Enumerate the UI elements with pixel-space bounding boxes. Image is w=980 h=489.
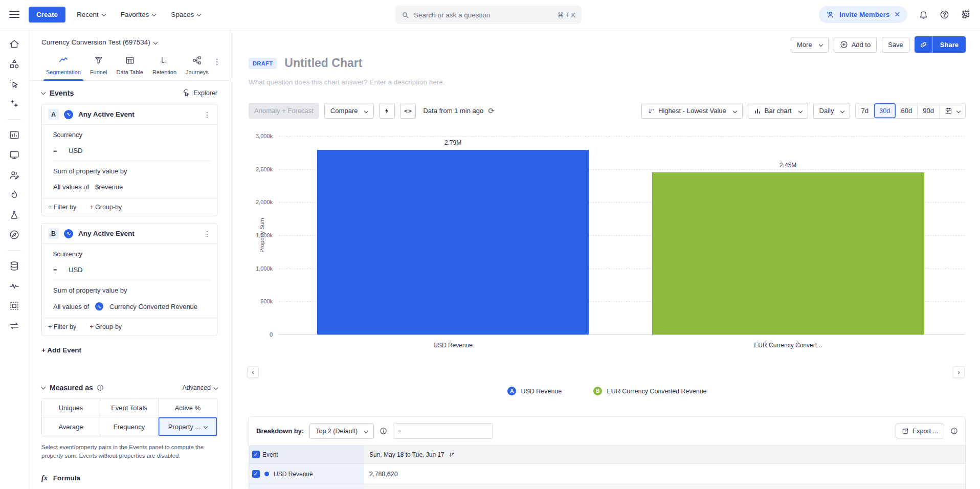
filter-property[interactable]: $currency: [53, 127, 211, 143]
range-60d[interactable]: 60d: [896, 103, 918, 118]
info-icon[interactable]: [950, 427, 958, 435]
tab-retention[interactable]: Retention: [148, 54, 181, 80]
share-button[interactable]: Share: [933, 36, 966, 53]
data-freshness: Data from 1 min ago ⟳: [423, 106, 494, 116]
measure-option-active-pct[interactable]: Active %: [159, 399, 217, 417]
templates-shapes-icon[interactable]: [9, 58, 20, 70]
measure-target[interactable]: All values of ∿ Currency Converted Reven…: [53, 298, 197, 315]
sort-order-button[interactable]: Highest - Lowest Value: [641, 103, 743, 119]
flame-icon[interactable]: [9, 189, 20, 201]
hamburger-menu-icon[interactable]: [9, 11, 19, 18]
breakdown-search-input[interactable]: [406, 428, 488, 435]
monitor-icon[interactable]: [9, 149, 20, 161]
measure-option-frequency[interactable]: Frequency: [100, 417, 159, 436]
measure-option-average[interactable]: Average: [42, 417, 100, 436]
tab-funnel[interactable]: Funnel: [85, 54, 112, 80]
create-button[interactable]: Create: [29, 7, 65, 23]
anomaly-forecast-button[interactable]: Anomaly + Forecast: [249, 103, 319, 119]
select-all-checkbox[interactable]: ✓: [252, 451, 260, 458]
add-to-button[interactable]: Add to: [834, 37, 877, 53]
help-icon[interactable]: [940, 10, 949, 19]
copy-link-button[interactable]: [915, 36, 933, 53]
add-groupby-button[interactable]: + Group-by: [90, 323, 122, 330]
users-icon[interactable]: [9, 169, 20, 181]
export-button[interactable]: Export ...: [896, 424, 944, 438]
custom-date-range-button[interactable]: [940, 103, 965, 118]
more-button[interactable]: More: [791, 37, 829, 53]
range-30d-selected[interactable]: 30d: [874, 103, 896, 118]
settings-gear-icon[interactable]: [961, 9, 971, 19]
save-button[interactable]: Save: [882, 37, 909, 53]
add-filter-button[interactable]: + Filter by: [48, 323, 76, 330]
add-filter-button[interactable]: + Filter by: [48, 204, 76, 211]
collapse-chevron-icon[interactable]: [41, 90, 46, 95]
refresh-icon[interactable]: ⟳: [488, 106, 495, 116]
filter-condition[interactable]: =USD: [53, 262, 211, 278]
spaces-menu[interactable]: Spaces: [171, 11, 201, 18]
interval-button[interactable]: Daily: [813, 103, 851, 119]
explorer-button[interactable]: Explorer: [183, 90, 217, 97]
close-icon[interactable]: ✕: [894, 11, 900, 18]
range-7d[interactable]: 7d: [856, 103, 874, 118]
select-frame-icon[interactable]: [9, 300, 20, 312]
add-event-button[interactable]: + Add Event: [41, 346, 217, 354]
invite-members-pill[interactable]: Invite Members ✕: [819, 6, 907, 23]
filter-property[interactable]: $currency: [53, 246, 211, 262]
advanced-toggle[interactable]: Advanced: [182, 384, 217, 391]
event-name[interactable]: Any Active Event: [78, 110, 135, 118]
measure-option-event-totals[interactable]: Event Totals: [100, 399, 159, 417]
home-icon[interactable]: [9, 38, 20, 50]
formula-button[interactable]: fx Formula: [41, 474, 217, 482]
bar-eur-converted-revenue[interactable]: 2.45M: [652, 172, 924, 335]
search-input[interactable]: [414, 11, 553, 19]
recent-menu[interactable]: Recent: [77, 11, 105, 18]
event-column-header[interactable]: Event: [262, 446, 364, 464]
measure-option-uniques[interactable]: Uniques: [42, 399, 100, 417]
legend-item-b[interactable]: B EUR Currency Converted Revenue: [593, 387, 706, 395]
legend-item-a[interactable]: A USD Revenue: [507, 387, 562, 395]
chart-title[interactable]: Untitled Chart: [284, 56, 362, 70]
dashboards-chart-icon[interactable]: [9, 129, 20, 141]
chart-type-button[interactable]: Bar chart: [748, 103, 808, 119]
date-range-column-header[interactable]: Sun, May 18 to Tue, Jun 17: [364, 451, 965, 458]
compare-button[interactable]: Compare: [324, 103, 374, 119]
collapse-chevron-icon[interactable]: [41, 385, 46, 390]
code-view-button[interactable]: <>: [400, 103, 416, 119]
ai-sparkles-icon[interactable]: [9, 98, 20, 109]
more-tabs-kebab-icon[interactable]: ⋮: [213, 54, 221, 66]
row-checkbox[interactable]: ✓: [252, 470, 260, 478]
breakdown-selector[interactable]: Top 2 (Default): [309, 423, 374, 439]
filter-condition[interactable]: =USD: [53, 143, 211, 159]
measure-option-property-sum[interactable]: Property ...: [159, 417, 217, 436]
project-selector[interactable]: Currency Conversion Test (697534): [41, 38, 217, 46]
discover-compass-icon[interactable]: [9, 229, 20, 240]
info-icon[interactable]: [380, 427, 387, 435]
flask-icon[interactable]: [9, 209, 20, 220]
favorites-menu[interactable]: Favorites: [121, 11, 156, 18]
tab-journeys[interactable]: Journeys: [181, 54, 213, 80]
range-90d[interactable]: 90d: [918, 103, 940, 118]
breakdown-search[interactable]: [393, 423, 493, 439]
magic-select-cursor-icon[interactable]: [9, 78, 20, 90]
data-database-icon[interactable]: [9, 260, 20, 272]
bar-usd-revenue[interactable]: 2.79M: [317, 150, 589, 335]
event-options-kebab-icon[interactable]: ⋮: [204, 110, 211, 119]
chart-legend: A USD Revenue B EUR Currency Converted R…: [249, 387, 966, 395]
chart-page-next-button[interactable]: ›: [953, 366, 965, 378]
add-groupby-button[interactable]: + Group-by: [90, 204, 122, 211]
left-icon-rail: [0, 29, 29, 489]
global-search[interactable]: ⌘ + K: [395, 6, 582, 24]
measure-target[interactable]: All values of$revenue: [53, 179, 123, 195]
signals-pulse-icon[interactable]: [9, 280, 20, 292]
series-name-cell[interactable]: USD Revenue: [262, 471, 364, 478]
notifications-bell-icon[interactable]: [919, 10, 928, 19]
chart-description-placeholder[interactable]: What question does this chart answer? En…: [249, 78, 444, 86]
event-options-kebab-icon[interactable]: ⋮: [204, 230, 211, 238]
info-icon[interactable]: [97, 384, 104, 391]
event-name[interactable]: Any Active Event: [78, 230, 135, 237]
tab-data-table[interactable]: Data Table: [112, 54, 148, 80]
workflows-swap-icon[interactable]: [9, 320, 20, 331]
insights-bolt-button[interactable]: [379, 103, 395, 119]
chart-page-prev-button[interactable]: ‹: [247, 366, 259, 378]
tab-segmentation[interactable]: Segmentation: [41, 54, 85, 80]
